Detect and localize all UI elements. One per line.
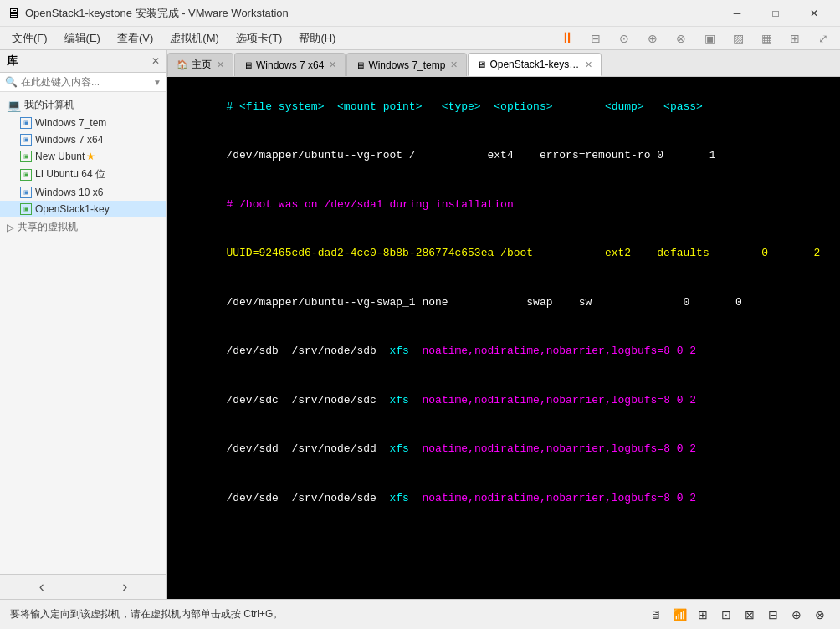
tab-win7temp[interactable]: 🖥 Windows 7_temp ✕ [346, 53, 467, 76]
term-line-7: /dev/sdc /srv/node/sdc xfs noatime,nodir… [174, 376, 833, 425]
status-message: 要将输入定向到该虚拟机，请在虚拟机内部单击或按 Ctrl+G。 [10, 607, 646, 621]
tab-openstack-label: OpenStack1-keystone 安装... [489, 58, 580, 72]
sidebar-tree: 💻 我的计算机 ▣ Windows 7_tem ▣ Windows 7 x64 … [0, 92, 166, 240]
term-line-3: # /boot was on /dev/sda1 during installa… [174, 180, 833, 229]
search-dropdown-icon[interactable]: ▼ [153, 78, 161, 87]
vm-icon-win7x64: ▣ [20, 134, 32, 146]
tab-win7x64-close[interactable]: ✕ [329, 59, 336, 70]
window-title: OpenStack1-keystone 安装完成 - VMware Workst… [25, 6, 718, 21]
tab-home-label: 主页 [192, 58, 212, 72]
status-icon-5[interactable]: ⊠ [740, 605, 760, 625]
status-icon-1[interactable]: 🖥 [646, 605, 666, 625]
toolbar-btn-3[interactable]: ⊕ [639, 28, 666, 49]
sidebar-header: 库 ✕ [0, 50, 166, 73]
sidebar-title: 库 [7, 54, 18, 69]
sidebar-nav-buttons: ‹ › [0, 574, 166, 599]
computer-icon: 💻 [7, 99, 21, 112]
toolbar-btn-5[interactable]: ▣ [696, 28, 723, 49]
sidebar-label-ubuntu: New Ubunt [35, 151, 85, 162]
menu-view[interactable]: 查看(V) [109, 28, 161, 49]
toolbar-btn-1[interactable]: ⊟ [582, 28, 609, 49]
sidebar: 库 ✕ 🔍 ▼ 💻 我的计算机 ▣ Windows 7_tem ▣ Window… [0, 50, 167, 599]
status-icon-6[interactable]: ⊟ [763, 605, 783, 625]
sidebar-item-openstack[interactable]: ▣ OpenStack1-key [0, 201, 166, 217]
my-computer-label: 我的计算机 [24, 98, 74, 112]
app-icon: 🖥 [7, 6, 20, 21]
vm-icon-win7temp: ▣ [20, 117, 32, 129]
vm-icon-win10: ▣ [20, 187, 32, 198]
sidebar-my-computer[interactable]: 💻 我的计算机 [0, 95, 166, 115]
sidebar-item-win7temp[interactable]: ▣ Windows 7_tem [0, 115, 166, 131]
win7x64-tab-icon: 🖥 [243, 60, 253, 70]
term-line-9: /dev/sde /srv/node/sde xfs noatime,nodir… [174, 473, 833, 523]
sidebar-item-liubuntu[interactable]: ▣ LI Ubuntu 64 位 [0, 165, 166, 184]
sidebar-search-area: 🔍 ▼ [0, 73, 166, 92]
win7temp-tab-icon: 🖥 [356, 60, 365, 70]
sidebar-label-liubuntu: LI Ubuntu 64 位 [35, 167, 105, 182]
status-icon-4[interactable]: ⊡ [716, 605, 736, 625]
menu-file[interactable]: 文件(F) [3, 28, 56, 49]
tab-openstack-close[interactable]: ✕ [585, 59, 592, 70]
term-line-5: /dev/mapper/ubuntu--vg-swap_1 none swap … [174, 278, 833, 327]
tab-win7temp-label: Windows 7_temp [368, 59, 445, 71]
content-area: 🏠 主页 ✕ 🖥 Windows 7 x64 ✕ 🖥 Windows 7_tem… [167, 50, 840, 599]
toolbar-btn-7[interactable]: ▦ [753, 28, 780, 49]
openstack-tab-icon: 🖥 [477, 59, 486, 69]
tab-bar: 🏠 主页 ✕ 🖥 Windows 7 x64 ✕ 🖥 Windows 7_tem… [167, 50, 840, 77]
nav-left-button[interactable]: ‹ [0, 575, 84, 599]
term-line-8: /dev/sdd /srv/node/sdd xfs noatime,nodir… [174, 425, 833, 474]
status-icon-3[interactable]: ⊞ [693, 605, 713, 625]
menu-tabs[interactable]: 选项卡(T) [228, 28, 291, 49]
sidebar-item-win7x64[interactable]: ▣ Windows 7 x64 [0, 131, 166, 148]
status-icons: 🖥 📶 ⊞ ⊡ ⊠ ⊟ ⊕ ⊗ [646, 605, 830, 625]
menu-vm[interactable]: 虚拟机(M) [161, 28, 228, 49]
tab-home[interactable]: 🏠 主页 ✕ [167, 53, 233, 76]
statusbar: 要将输入定向到该虚拟机，请在虚拟机内部单击或按 Ctrl+G。 🖥 📶 ⊞ ⊡ … [0, 599, 840, 629]
menu-help[interactable]: 帮助(H) [290, 28, 344, 49]
toolbar-btn-2[interactable]: ⊙ [611, 28, 638, 49]
shared-label: 共享的虚拟机 [18, 220, 78, 234]
sidebar-label-openstack: OpenStack1-key [35, 203, 110, 215]
main-area: 库 ✕ 🔍 ▼ 💻 我的计算机 ▣ Windows 7_tem ▣ Window… [0, 50, 840, 599]
sidebar-shared-section[interactable]: ▷ 共享的虚拟机 [0, 217, 166, 237]
toolbar-btn-6[interactable]: ▨ [725, 28, 751, 49]
close-button[interactable]: ✕ [795, 0, 833, 27]
term-line-6: /dev/sdb /srv/node/sdb xfs noatime,nodir… [174, 327, 833, 376]
term-line-2: /dev/mapper/ubuntu--vg-root / ext4 error… [174, 131, 833, 181]
toolbar: ⏸ ⊟ ⊙ ⊕ ⊗ ▣ ▨ ▦ ⊞ ⤢ [554, 28, 837, 49]
status-icon-7[interactable]: ⊕ [786, 605, 807, 625]
sidebar-item-win10[interactable]: ▣ Windows 10 x6 [0, 184, 166, 201]
sidebar-label-win7x64: Windows 7 x64 [35, 134, 103, 146]
expand-icon: ▷ [7, 222, 14, 233]
term-line-4: UUID=92465cd6-dad2-4cc0-8b8b-286774c653e… [174, 229, 833, 279]
vm-icon-openstack: ▣ [20, 203, 32, 215]
term-line-1: # <file system> <mount point> <type> <op… [174, 82, 833, 131]
window-controls: ─ □ ✕ [718, 0, 833, 27]
maximize-button[interactable]: □ [756, 0, 795, 27]
tab-home-close[interactable]: ✕ [217, 59, 224, 70]
terminal[interactable]: # <file system> <mount point> <type> <op… [167, 77, 840, 599]
vm-icon-ubuntu: ▣ [20, 151, 32, 162]
sidebar-item-ubuntu[interactable]: ▣ New Ubunt ★ [0, 148, 166, 165]
status-icon-2[interactable]: 📶 [669, 605, 689, 625]
status-icon-8[interactable]: ⊗ [810, 605, 830, 625]
minimize-button[interactable]: ─ [718, 0, 756, 27]
titlebar: 🖥 OpenStack1-keystone 安装完成 - VMware Work… [0, 0, 840, 27]
tab-win7temp-close[interactable]: ✕ [450, 59, 458, 70]
pause-button[interactable]: ⏸ [554, 28, 581, 49]
tab-openstack[interactable]: 🖥 OpenStack1-keystone 安装... ✕ [468, 53, 602, 76]
menubar: 文件(F) 编辑(E) 查看(V) 虚拟机(M) 选项卡(T) 帮助(H) ⏸ … [0, 27, 840, 50]
menu-edit[interactable]: 编辑(E) [56, 28, 109, 49]
home-tab-icon: 🏠 [177, 59, 188, 70]
vm-icon-liubuntu: ▣ [20, 169, 32, 181]
toolbar-btn-4[interactable]: ⊗ [668, 28, 694, 49]
search-input[interactable] [21, 76, 153, 88]
sidebar-label-win7temp: Windows 7_tem [35, 117, 106, 129]
star-icon: ★ [86, 151, 95, 162]
tab-win7x64[interactable]: 🖥 Windows 7 x64 ✕ [234, 53, 346, 76]
tab-win7x64-label: Windows 7 x64 [256, 59, 324, 71]
sidebar-close-button[interactable]: ✕ [151, 55, 160, 67]
toolbar-btn-9[interactable]: ⤢ [810, 28, 837, 49]
nav-right-button[interactable]: › [84, 575, 167, 599]
toolbar-btn-8[interactable]: ⊞ [781, 28, 808, 49]
